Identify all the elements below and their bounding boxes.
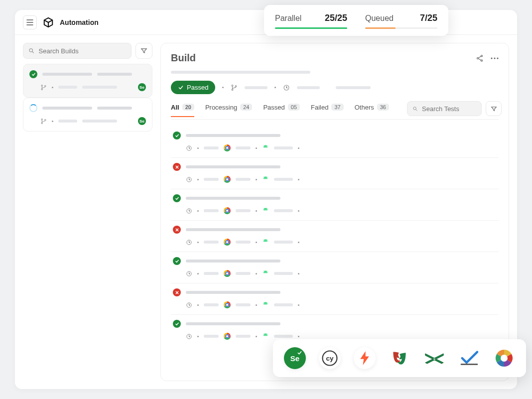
status-pass-icon [29, 70, 37, 78]
build-title-row [29, 70, 146, 78]
tab-others[interactable]: Others36 [355, 104, 389, 117]
test-row[interactable] [171, 189, 499, 221]
svg-point-14 [232, 89, 233, 90]
svg-point-31 [265, 272, 265, 272]
stats-card: Parallel 25/25 Queued 7/25 [264, 5, 448, 36]
android-icon [262, 144, 269, 151]
clock-icon [186, 239, 192, 246]
svg-point-37 [265, 335, 265, 335]
main-panel: Build Passed [160, 43, 509, 381]
svg-point-0 [29, 49, 32, 52]
svg-point-9 [481, 60, 482, 61]
search-builds-box[interactable] [23, 43, 132, 59]
svg-point-32 [266, 272, 266, 272]
svg-point-4 [41, 119, 43, 120]
svg-point-7 [477, 57, 478, 59]
hamburger-icon [26, 19, 33, 25]
android-icon [262, 270, 269, 277]
svg-point-17 [413, 107, 416, 110]
stat-parallel: Parallel 25/25 [275, 13, 347, 29]
svg-point-10 [491, 57, 492, 59]
stat-label: Parallel [275, 14, 301, 23]
chrome-icon [224, 270, 231, 277]
stat-value: 25/25 [325, 13, 347, 23]
svg-point-26 [266, 209, 266, 210]
tab-label: Passed [263, 104, 284, 111]
subtitle-skeleton [171, 71, 310, 74]
status-fail-icon [173, 226, 181, 234]
clock-icon [186, 176, 192, 183]
status-pill: Passed [171, 81, 215, 94]
filter-icon [491, 106, 497, 112]
filter-tests-button[interactable] [486, 101, 502, 116]
test-row[interactable] [171, 221, 499, 252]
test-row[interactable] [171, 252, 499, 283]
tool-selenium-icon[interactable]: Se [284, 347, 306, 369]
chrome-icon [224, 239, 231, 246]
svg-point-22 [265, 178, 265, 178]
svg-point-35 [266, 303, 266, 304]
tab-all[interactable]: All20 [171, 104, 194, 117]
build-meta-row: Se [29, 83, 146, 91]
status-pass-icon [173, 132, 181, 139]
selenium-badge-icon: Se [138, 83, 146, 91]
tests-list [171, 127, 499, 346]
tools-card: Se cy [273, 339, 526, 377]
search-tests-input[interactable] [422, 105, 476, 113]
tab-count: 36 [377, 104, 389, 111]
stat-value: 7/25 [420, 13, 437, 23]
tool-cypress-icon[interactable]: cy [319, 347, 341, 369]
filter-builds-button[interactable] [135, 43, 152, 59]
app-logo-icon [43, 17, 54, 28]
search-tests-box[interactable] [407, 101, 482, 116]
chrome-icon [224, 144, 231, 151]
stat-queued: Queued 7/25 [365, 13, 437, 29]
skeleton [336, 86, 371, 89]
tab-processing[interactable]: Processing24 [205, 104, 253, 117]
test-row[interactable] [171, 127, 499, 158]
svg-point-2 [41, 88, 43, 90]
android-icon [262, 301, 269, 308]
selenium-badge-icon: Se [138, 117, 146, 125]
clock-icon [186, 208, 192, 214]
chrome-icon [224, 207, 231, 214]
svg-point-3 [44, 85, 46, 87]
clock-icon [186, 302, 192, 308]
dot [222, 87, 224, 88]
tool-cross-icon[interactable] [423, 347, 445, 369]
svg-point-23 [266, 178, 266, 178]
tab-count: 05 [288, 104, 300, 111]
test-row[interactable] [171, 158, 499, 189]
tab-passed[interactable]: Passed05 [263, 104, 300, 117]
test-row[interactable] [171, 283, 499, 315]
stat-bar [365, 27, 396, 29]
more-icon[interactable] [491, 57, 499, 59]
tool-lightning-icon[interactable] [354, 347, 376, 369]
svg-point-12 [497, 57, 498, 59]
branch-icon [231, 84, 238, 91]
svg-point-34 [265, 303, 265, 304]
android-icon [262, 176, 269, 183]
tab-label: Processing [205, 104, 237, 111]
build-card[interactable]: Se [23, 64, 152, 98]
svg-point-6 [44, 119, 46, 121]
search-icon [412, 106, 418, 112]
stat-bar-track [365, 27, 437, 29]
tab-label: All [171, 104, 179, 111]
svg-point-20 [266, 146, 266, 147]
android-icon [262, 333, 269, 340]
tool-wheel-icon[interactable] [493, 347, 515, 369]
clock-icon [186, 145, 192, 151]
menu-button[interactable] [23, 15, 37, 29]
build-card[interactable]: Se [23, 98, 152, 132]
tab-count: 37 [331, 104, 343, 111]
tool-playwright-icon[interactable] [389, 347, 410, 369]
dot [274, 87, 276, 88]
share-icon[interactable] [476, 54, 484, 62]
check-icon [178, 85, 184, 91]
search-builds-input[interactable] [39, 47, 126, 55]
android-icon [262, 239, 269, 246]
tab-failed[interactable]: Failed37 [311, 104, 344, 117]
app-title: Automation [60, 18, 99, 26]
tool-check-icon[interactable] [458, 347, 480, 369]
